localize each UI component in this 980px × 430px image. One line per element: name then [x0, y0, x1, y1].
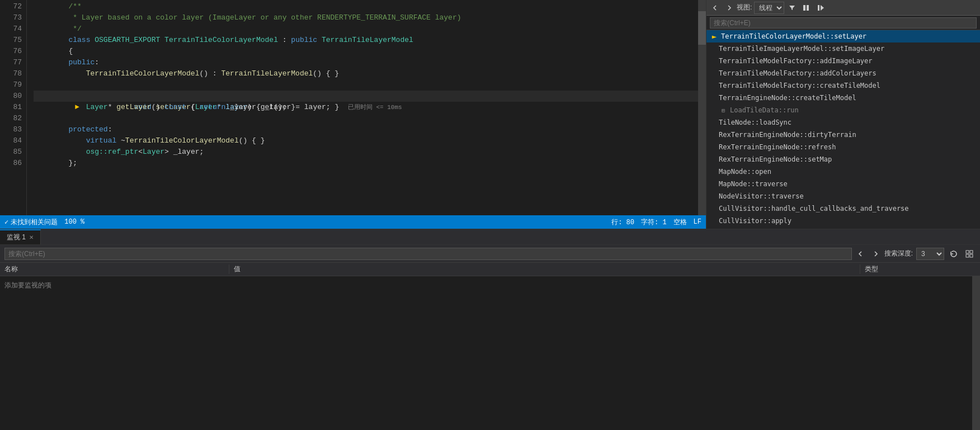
code-line-76: { — [34, 46, 698, 57]
forward-button[interactable] — [723, 3, 734, 12]
watch-body: 添加要监视的项 — [0, 276, 980, 430]
watch-tab-label: 监视 1 — [7, 233, 26, 242]
call-stack-item-15[interactable]: CullVisitor::apply — [706, 215, 980, 227]
call-stack-item-11[interactable]: MapNode::open — [706, 166, 980, 178]
call-stack-item-9[interactable]: RexTerrainEngineNode::refresh — [706, 141, 980, 153]
call-stack-item-name-0: TerrainTileColorLayerModel::setLayer — [721, 32, 866, 40]
view-label: 视图: — [737, 3, 752, 12]
code-line-86: }; — [34, 158, 698, 169]
call-stack-item-10[interactable]: RexTerrainEngineNode::setMap — [706, 153, 980, 166]
svg-rect-0 — [803, 5, 805, 11]
code-line-84: virtual ~TerrainTileColorLayerModel() { … — [34, 135, 698, 147]
status-zoom: 100 % — [64, 218, 84, 226]
svg-rect-2 — [818, 5, 819, 11]
call-stack-item-name-3: TerrainTileModelFactory::addColorLayers — [719, 69, 877, 77]
watch-col-type-header: 类型 — [860, 264, 972, 274]
call-stack-item-2[interactable]: TerrainTileModelFactory::addImageLayer — [706, 55, 980, 67]
right-panel: 视图: 线程 任务 ► TerrainTile — [706, 0, 980, 229]
code-line-83: protected: — [34, 124, 698, 135]
call-stack-item-1[interactable]: TerrainTileImageLayerModel::setImageLaye… — [706, 42, 980, 55]
call-stack-item-name-14: CullVisitor::handle_cull_callbacks_and_t… — [719, 205, 909, 212]
status-encoding: 空格 — [673, 218, 687, 227]
svg-marker-3 — [821, 5, 824, 11]
call-stack-item-name-4: TerrainTileModelFactory::createTileModel — [719, 82, 880, 89]
watch-search-input[interactable] — [4, 248, 852, 260]
call-stack-search-input[interactable] — [710, 17, 977, 29]
svg-rect-4 — [966, 251, 969, 253]
watch-empty-message: 添加要监视的项 — [0, 276, 972, 430]
call-stack-item-name-5: TerrainEngineNode::createTileModel — [719, 94, 856, 102]
external-item-icon-6: ⊞ — [719, 106, 728, 115]
depth-select[interactable]: 3 1 2 4 5 — [916, 248, 944, 260]
refresh-button[interactable] — [948, 249, 960, 259]
right-panel-toolbar: 视图: 线程 任务 — [706, 0, 980, 16]
call-stack-item-name-6: LoadTileData::run — [730, 106, 799, 114]
status-bar: ✓ 未找到相关问题 100 % 行: 80 字符: 1 空格 LF — [0, 215, 706, 229]
call-stack-item-name-10: RexTerrainEngineNode::setMap — [719, 155, 832, 163]
view-mode-select[interactable]: 线程 任务 — [754, 2, 784, 14]
watch-tab-1[interactable]: 监视 1 ✕ — [0, 229, 41, 244]
bottom-panel: 监视 1 ✕ 搜索深度: 3 1 2 4 5 — [0, 229, 980, 430]
svg-rect-7 — [970, 254, 973, 257]
watch-scrollbar[interactable] — [972, 276, 980, 430]
line-numbers: 72 73 74 75 76 77 78 79 80 81 82 83 84 8… — [0, 0, 27, 215]
current-item-icon: ► — [710, 32, 719, 41]
code-line-75: class OSGEARTH_EXPORT TerrainTileColorLa… — [34, 35, 698, 46]
call-stack-item-name-8: RexTerrainEngineNode::dirtyTerrain — [719, 131, 856, 139]
watch-header: 名称 值 类型 — [0, 263, 980, 276]
back-button[interactable] — [710, 3, 721, 12]
code-editor: 72 73 74 75 76 77 78 79 80 81 82 83 84 8… — [0, 0, 706, 229]
filter-button[interactable] — [786, 3, 798, 12]
right-panel-search — [706, 16, 980, 30]
call-stack-item-13[interactable]: NodeVisitor::traverse — [706, 190, 980, 202]
call-stack-item-name-15: CullVisitor::apply — [719, 217, 791, 225]
code-line-72: /** — [34, 1, 698, 12]
call-stack-list[interactable]: ► TerrainTileColorLayerModel::setLayer T… — [706, 30, 980, 229]
call-stack-item-5[interactable]: TerrainEngineNode::createTileModel — [706, 92, 980, 104]
call-stack-item-name-9: RexTerrainEngineNode::refresh — [719, 143, 836, 151]
call-stack-item-8[interactable]: RexTerrainEngineNode::dirtyTerrain — [706, 129, 980, 141]
call-stack-item-3[interactable]: TerrainTileModelFactory::addColorLayers — [706, 67, 980, 79]
call-stack-item-4[interactable]: TerrainTileModelFactory::createTileModel — [706, 79, 980, 92]
call-stack-item-name-12: MapNode::traverse — [719, 180, 788, 188]
bottom-panel-tabs: 监视 1 ✕ — [0, 229, 980, 245]
expand-button[interactable] — [963, 249, 976, 259]
code-line-77: public: — [34, 57, 698, 68]
status-ok-icon: ✓ — [4, 218, 8, 226]
watch-forward-button[interactable] — [870, 249, 881, 258]
call-stack-item-name-1: TerrainTileImageLayerModel::setImageLaye… — [719, 45, 884, 53]
status-char: 字符: 1 — [641, 218, 667, 227]
code-line-81: Layer* getLayer() const { return _layer.… — [34, 102, 698, 113]
watch-back-button[interactable] — [855, 249, 866, 258]
code-line-74: */ — [34, 23, 698, 35]
svg-rect-5 — [970, 251, 973, 253]
code-line-79 — [34, 79, 698, 91]
svg-rect-6 — [966, 254, 969, 257]
watch-col-name-header: 名称 — [0, 264, 229, 274]
call-stack-item-7[interactable]: TileNode::loadSync — [706, 116, 980, 129]
call-stack-item-name-11: MapNode::open — [719, 168, 771, 176]
break-all-button[interactable] — [800, 3, 812, 13]
status-ok: ✓ 未找到相关问题 — [4, 218, 58, 227]
watch-col-value-header: 值 — [229, 264, 860, 274]
call-stack-item-0[interactable]: ► TerrainTileColorLayerModel::setLayer — [706, 30, 980, 42]
code-line-80: ► void setLayer(Layer* layer) { _layer =… — [34, 91, 698, 102]
tab-close-icon[interactable]: ✕ — [29, 234, 34, 240]
watch-toolbar: 搜索深度: 3 1 2 4 5 — [0, 245, 980, 263]
code-line-82 — [34, 113, 698, 124]
depth-label: 搜索深度: — [884, 249, 913, 258]
code-scrollbar[interactable] — [698, 0, 706, 215]
status-no-problems: 未找到相关问题 — [11, 218, 58, 227]
scrollbar-thumb[interactable] — [698, 11, 706, 45]
continue-button[interactable] — [814, 3, 827, 13]
code-line-73: * Layer based on a color layer (ImageLay… — [34, 12, 698, 23]
call-stack-item-name-2: TerrainTileModelFactory::addImageLayer — [719, 57, 873, 65]
code-lines: /** * Layer based on a color layer (Imag… — [27, 0, 698, 215]
call-stack-item-6[interactable]: ⊞ LoadTileData::run — [706, 104, 980, 116]
code-line-78: TerrainTileColorLayerModel() : TerrainTi… — [34, 68, 698, 79]
call-stack-item-14[interactable]: CullVisitor::handle_cull_callbacks_and_t… — [706, 202, 980, 215]
status-line: 行: 80 — [611, 218, 634, 227]
call-stack-item-12[interactable]: MapNode::traverse — [706, 178, 980, 190]
svg-rect-1 — [807, 5, 809, 11]
call-stack-item-name-7: TileNode::loadSync — [719, 119, 791, 126]
